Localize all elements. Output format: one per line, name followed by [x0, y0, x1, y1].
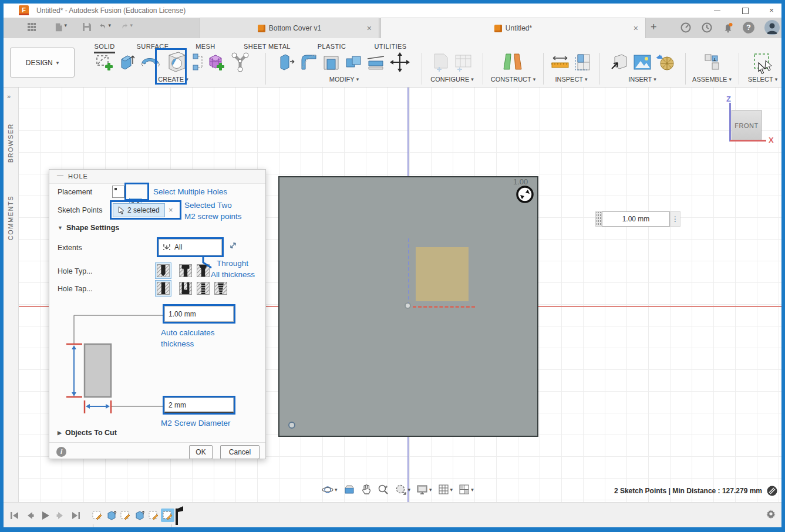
- dialog-header[interactable]: — HOLE: [49, 170, 265, 184]
- shape-settings-section[interactable]: ▼ Shape Settings: [58, 224, 119, 232]
- flip-direction-icon[interactable]: [228, 241, 238, 250]
- pattern-icon[interactable]: [191, 49, 205, 75]
- help-icon[interactable]: ?: [743, 22, 754, 33]
- expand-panel-chevron-icon[interactable]: »: [7, 93, 11, 100]
- insert-menu-button[interactable]: INSERT▾: [628, 76, 656, 83]
- cancel-button[interactable]: Cancel: [220, 445, 260, 459]
- ok-button[interactable]: OK: [189, 445, 213, 459]
- timeline-step-back-button[interactable]: [23, 509, 36, 522]
- tab-close-icon[interactable]: ×: [367, 23, 372, 33]
- insert-mesh-icon[interactable]: [653, 49, 676, 75]
- extensions-icon[interactable]: [680, 22, 693, 35]
- timeline-step-forward-button[interactable]: [54, 509, 67, 522]
- hole-type-counterbore[interactable]: [179, 264, 192, 277]
- dialog-collapse-icon[interactable]: —: [57, 171, 63, 179]
- file-menu-button[interactable]: ▾: [55, 22, 67, 34]
- hole-type-simple-selected[interactable]: [155, 262, 171, 279]
- new-tab-button[interactable]: +: [651, 21, 657, 33]
- timeline-go-end-button[interactable]: [69, 509, 82, 522]
- look-at-tool[interactable]: [342, 483, 357, 496]
- hole-tap-taper-tapped[interactable]: [214, 282, 227, 295]
- timeline-marker[interactable]: [174, 506, 184, 525]
- configure-table-icon[interactable]: [452, 49, 474, 75]
- hole-tap-simple-selected[interactable]: [155, 280, 171, 297]
- dimension-options-icon[interactable]: ⋮: [670, 211, 680, 227]
- redo-button[interactable]: ▾: [121, 22, 133, 34]
- split-body-icon[interactable]: [365, 49, 387, 75]
- workspace-switcher[interactable]: DESIGN ▾: [10, 48, 75, 78]
- construct-plane-icon[interactable]: [498, 49, 528, 75]
- timeline-go-start-button[interactable]: [8, 509, 21, 522]
- job-status-icon[interactable]: [701, 22, 714, 35]
- rotate-manipulator[interactable]: [516, 185, 534, 204]
- modify-menu-button[interactable]: MODIFY▾: [329, 76, 359, 83]
- single-hole-placement-button[interactable]: [112, 186, 124, 198]
- view-cube[interactable]: FRONT: [732, 110, 762, 141]
- timeline-feature-sketch-2[interactable]: [119, 509, 132, 522]
- configure-menu-button[interactable]: CONFIGURE▾: [430, 76, 474, 83]
- browser-panel-tab[interactable]: BROWSER: [7, 123, 14, 163]
- hole-diameter-input[interactable]: 2 mm: [163, 396, 235, 415]
- maximize-button[interactable]: [736, 5, 754, 16]
- press-pull-icon[interactable]: [275, 49, 298, 75]
- assemble-menu-button[interactable]: ASSEMBLE▾: [692, 76, 732, 83]
- dimension-input[interactable]: 1.00 mm: [602, 211, 670, 227]
- part-body-face[interactable]: 1.00: [278, 176, 538, 437]
- extents-dropdown[interactable]: All: [157, 237, 224, 257]
- measure-icon[interactable]: [549, 49, 571, 75]
- notification-bell-icon[interactable]: [722, 22, 735, 35]
- viewports-tool[interactable]: ▾: [457, 483, 476, 496]
- sketch-point[interactable]: [288, 422, 295, 429]
- select-menu-button[interactable]: SELECT▾: [748, 76, 777, 83]
- orbit-tool[interactable]: ▾: [320, 483, 339, 497]
- tab-solid[interactable]: SOLID: [86, 40, 123, 50]
- objects-to-cut-section[interactable]: ▶ Objects To Cut: [58, 429, 117, 437]
- user-avatar[interactable]: [764, 20, 780, 35]
- tab-untitled[interactable]: Untitled* ×: [380, 18, 646, 38]
- dimension-drag-handle[interactable]: [595, 211, 602, 227]
- app-grid-icon[interactable]: [27, 22, 39, 34]
- shell-icon[interactable]: [320, 49, 342, 75]
- fillet-icon[interactable]: [298, 49, 320, 75]
- info-icon[interactable]: i: [56, 447, 66, 457]
- minimize-button[interactable]: [708, 5, 726, 16]
- hole-depth-input[interactable]: 1.00 mm: [163, 304, 235, 324]
- display-settings-tool[interactable]: ▾: [415, 483, 434, 496]
- tab-plastic[interactable]: PLASTIC: [305, 40, 358, 50]
- timeline-feature-sketch-3[interactable]: [147, 509, 160, 522]
- save-button[interactable]: [82, 22, 94, 34]
- close-button[interactable]: ×: [763, 5, 780, 16]
- joint-icon[interactable]: [227, 49, 253, 75]
- timeline-feature-sketch-1[interactable]: [90, 509, 104, 522]
- inspect-menu-button[interactable]: INSPECT▾: [555, 76, 587, 83]
- create-sketch-icon[interactable]: [93, 49, 116, 75]
- feedback-icon[interactable]: [767, 486, 777, 496]
- zoom-tool[interactable]: [376, 483, 391, 497]
- hole-tap-tapped[interactable]: [197, 282, 210, 295]
- move-icon[interactable]: [387, 49, 413, 75]
- sketch-origin-point[interactable]: [405, 302, 411, 309]
- undo-button[interactable]: ▾: [99, 22, 111, 34]
- tab-bottom-cover[interactable]: Bottom Cover v1 ×: [200, 18, 379, 38]
- tab-mesh[interactable]: MESH: [182, 40, 229, 50]
- extrude-icon[interactable]: [116, 49, 138, 75]
- timeline-settings-gear-icon[interactable]: [765, 508, 777, 520]
- timeline-feature-extrude-1[interactable]: [105, 509, 118, 522]
- construct-menu-button[interactable]: CONSTRUCT▾: [491, 76, 536, 83]
- grid-settings-tool[interactable]: ▾: [436, 483, 455, 496]
- comments-panel-tab[interactable]: COMMENTS: [7, 196, 14, 240]
- hole-tap-clearance[interactable]: [179, 282, 192, 295]
- timeline-feature-extrude-2[interactable]: [133, 509, 146, 522]
- fit-tool[interactable]: ▾: [393, 483, 413, 497]
- insert-derive-icon[interactable]: [609, 49, 631, 75]
- tab-sheet-metal[interactable]: SHEET METAL: [229, 40, 305, 50]
- timeline-feature-sketch-4-selected[interactable]: [161, 509, 174, 522]
- tab-utilities[interactable]: UTILITIES: [358, 40, 423, 50]
- combine-icon[interactable]: [342, 49, 365, 75]
- form-icon[interactable]: [205, 49, 227, 75]
- section-analysis-icon[interactable]: [571, 49, 594, 75]
- tab-close-icon[interactable]: ×: [634, 23, 638, 33]
- timeline-play-button[interactable]: [39, 509, 52, 522]
- assemble-icon[interactable]: [701, 49, 723, 75]
- insert-image-icon[interactable]: [631, 49, 653, 75]
